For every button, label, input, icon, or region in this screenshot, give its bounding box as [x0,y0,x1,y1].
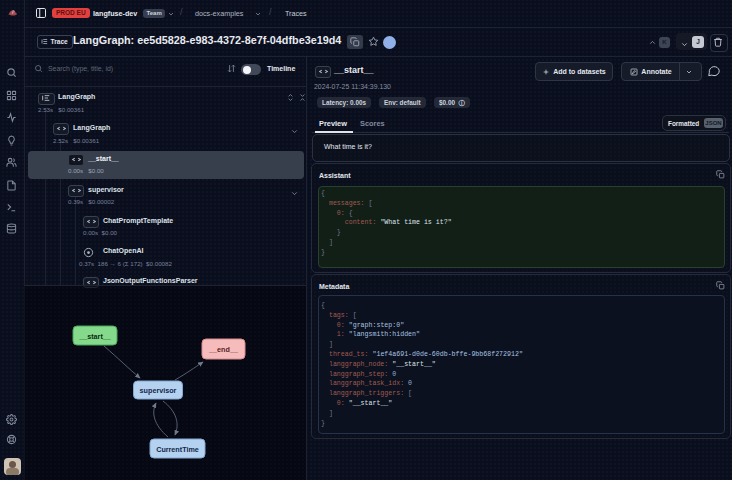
svg-text:CurrentTime: CurrentTime [156,445,199,454]
svg-text:__start__: __start__ [78,332,112,341]
svg-text:supervisor: supervisor [140,386,177,395]
svg-text:__end__: __end__ [208,345,239,354]
